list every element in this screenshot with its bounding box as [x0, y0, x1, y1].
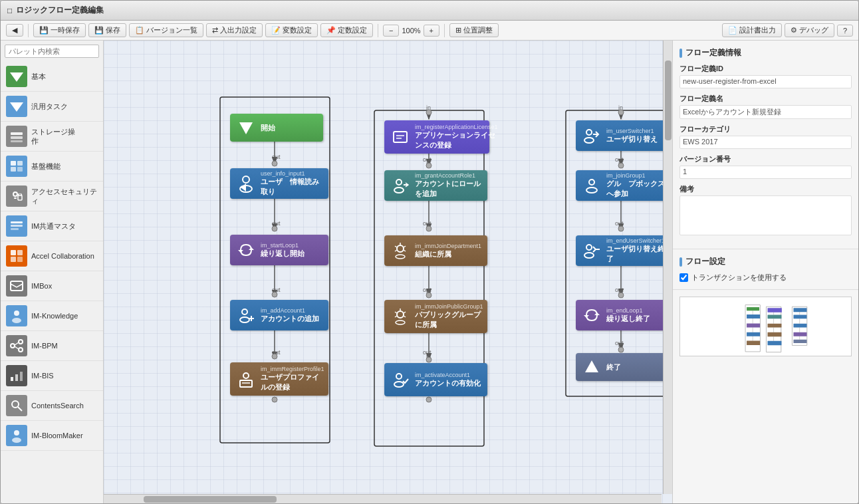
svg-rect-31: [20, 372, 23, 381]
svg-rect-5: [11, 161, 16, 166]
svg-point-95: [618, 110, 624, 115]
flow-settings-section: フロー設定 トランザクションを使用する: [673, 249, 858, 290]
version-list-button[interactable]: 📋 バージョン一覧: [129, 23, 203, 37]
start-loop-label: 繰り返し開始: [261, 249, 323, 259]
end-loop-icon: [581, 305, 602, 326]
sidebar-item-basic[interactable]: 基本: [1, 62, 103, 92]
activate-icon: [390, 369, 411, 390]
debug-button[interactable]: ⚙ デバッグ: [785, 23, 834, 37]
svg-point-22: [14, 311, 19, 316]
help-button[interactable]: ?: [837, 25, 853, 37]
node-end-loop[interactable]: im_endLoop1 繰り返し終了: [576, 300, 672, 330]
user-info-input-icon: [235, 173, 257, 194]
im-bpm-icon: [6, 335, 27, 356]
sidebar-item-accel-collab[interactable]: Accel Collaboration: [1, 241, 103, 271]
svg-rect-14: [11, 221, 23, 223]
temp-save-button[interactable]: 💾 一時保存: [33, 23, 86, 37]
svg-point-136: [396, 320, 405, 324]
svg-rect-115: [240, 380, 252, 387]
io-settings-button[interactable]: ⇄ 入出力設定: [206, 23, 263, 37]
svg-marker-149: [585, 360, 598, 372]
constant-settings-button[interactable]: 📌 定数設定: [320, 23, 373, 37]
svg-line-128: [395, 250, 397, 251]
accel-collab-label: Accel Collaboration: [31, 251, 94, 261]
node-start-loop[interactable]: im_startLoop1 繰り返し開始: [230, 235, 328, 265]
sidebar-search-input[interactable]: [5, 45, 99, 58]
svg-point-26: [19, 348, 23, 352]
sidebar-item-im-bloom[interactable]: IM-BloomMaker: [1, 421, 103, 451]
svg-text:in: in: [426, 353, 431, 360]
design-icon: 📄: [728, 26, 737, 35]
transaction-checkbox[interactable]: [679, 273, 688, 282]
node-grant-role[interactable]: im_grantAccountRole1 アカウントにロールを追加: [384, 170, 487, 201]
back-button[interactable]: ◀: [6, 24, 23, 37]
save-button[interactable]: 💾 保存: [88, 23, 126, 37]
sidebar-item-im-knowledge[interactable]: IM-Knowledge: [1, 301, 103, 331]
svg-rect-17: [11, 250, 16, 255]
node-register-license[interactable]: im_registerApplicationLicense1 アプリケーションラ…: [384, 120, 489, 154]
user-info-input-id: user_info_input1: [261, 170, 323, 177]
flow-info-title: フロー定義情報: [679, 47, 852, 59]
imbox-icon: [6, 275, 27, 297]
position-adjust-button[interactable]: ⊞ 位置調整: [449, 23, 499, 37]
svg-text:out: out: [615, 156, 624, 163]
sidebar-item-contents-search[interactable]: ContentsSearch: [1, 391, 103, 421]
zoom-in-button[interactable]: +: [424, 25, 439, 37]
vertical-scrollbar[interactable]: [663, 41, 672, 494]
sidebar-item-storage[interactable]: ストレージ操作: [1, 122, 103, 152]
node-join-dept[interactable]: im_immJoinDepartment1 組織に所属: [384, 235, 487, 266]
add-account-id: im_addAccount1: [261, 307, 323, 314]
version-value: 1: [679, 166, 852, 179]
main-area: 基本 汎用タスク ストレージ: [1, 41, 858, 503]
design-output-button[interactable]: 📄 設計書出力: [722, 23, 782, 37]
svg-rect-154: [747, 315, 760, 318]
sidebar-item-imbox[interactable]: IMBox: [1, 271, 103, 301]
svg-point-84: [272, 397, 277, 402]
sidebar-item-im-master[interactable]: IM共通マスタ: [1, 211, 103, 241]
svg-text:out: out: [272, 287, 281, 293]
activate-content: im_activateAccount1 アカウントの有効化: [415, 372, 482, 388]
node-user-info-input[interactable]: user_info_input1 ユーザ 情報読み取り: [230, 168, 328, 199]
node-activate[interactable]: im_activateAccount1 アカウントの有効化: [384, 363, 487, 396]
canvas-area[interactable]: out out out out out out out out out out …: [104, 41, 672, 503]
node-register-profile[interactable]: im_immRegisterProfile1 ユーザプロファイルの登録: [230, 362, 328, 396]
version-label: バージョン番号: [679, 154, 852, 164]
horizontal-scrollbar[interactable]: [104, 494, 662, 503]
user-switcher-label: ユーザ切り替え: [606, 134, 669, 144]
end-loop-content: im_endLoop1 繰り返し終了: [606, 307, 669, 324]
svg-point-130: [397, 311, 404, 318]
svg-marker-1: [10, 102, 23, 112]
node-join-group[interactable]: im_joinGroup1 グル プボックスへ参加: [576, 170, 672, 201]
node-start[interactable]: 開始: [230, 114, 323, 142]
node-user-switcher[interactable]: im_userSwitcher1 ユーザ切り替え: [576, 120, 672, 151]
sidebar-item-basic-func[interactable]: 基盤機能: [1, 152, 103, 182]
memo-textarea[interactable]: [679, 195, 852, 235]
sidebar-item-access-security[interactable]: アクセスセキュリティ: [1, 182, 103, 211]
general-task-icon: [6, 96, 27, 117]
svg-line-27: [15, 342, 19, 345]
sidebar-item-im-bpm[interactable]: IM-BPM: [1, 331, 103, 361]
node-end-user-switcher[interactable]: im_endUserSwitcher1 ユーザ切り替え終了: [576, 235, 672, 266]
node-join-public[interactable]: im_immJoinPublicGroup1 パブリックグループに所属: [384, 300, 487, 333]
im-bis-label: IM-BIS: [31, 371, 54, 380]
grant-role-content: im_grantAccountRole1 アカウントにロールを追加: [415, 172, 482, 199]
user-info-input-content: user_info_input1 ユーザ 情報読み取り: [261, 170, 323, 197]
add-account-icon: [235, 305, 257, 326]
svg-marker-109: [238, 250, 243, 253]
node-end[interactable]: 終了: [576, 353, 672, 381]
variable-settings-button[interactable]: 📝 変数設定: [265, 23, 318, 37]
svg-point-91: [426, 293, 431, 298]
svg-text:in: in: [618, 104, 623, 111]
access-security-icon: [6, 186, 27, 207]
sidebar-item-im-bis[interactable]: IM-BIS: [1, 361, 103, 391]
node-add-account[interactable]: im_addAccount1 アカウントの追加: [230, 300, 328, 330]
register-license-icon: [390, 126, 411, 148]
grant-role-id: im_grantAccountRole1: [415, 172, 482, 179]
sidebar-item-general-task[interactable]: 汎用タスク: [1, 92, 103, 122]
flow-category-row: フローカテゴリ EWS 2017: [679, 124, 852, 149]
end-user-switcher-id: im_endUserSwitcher1: [606, 237, 669, 244]
svg-line-132: [395, 312, 397, 313]
svg-line-125: [404, 246, 406, 247]
zoom-out-button[interactable]: −: [383, 25, 399, 37]
svg-point-87: [426, 163, 431, 168]
